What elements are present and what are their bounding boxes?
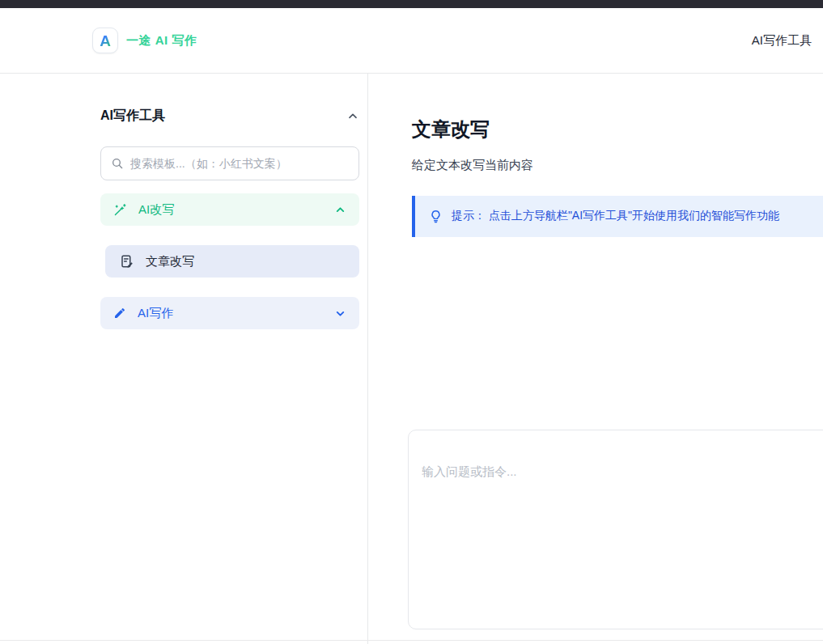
tip-text: 提示： 点击上方导航栏"AI写作工具"开始使用我们的智能写作功能: [452, 209, 779, 223]
sidebar-group-label: AI改写: [138, 202, 174, 218]
nav-ai-writing-tools[interactable]: AI写作工具: [752, 33, 812, 47]
document-edit-icon: [120, 254, 134, 269]
logo-icon: A: [92, 28, 118, 53]
layout: AI写作工具 AI改写: [0, 74, 823, 644]
sidebar-group-ai-write[interactable]: AI写作: [100, 297, 359, 329]
page-subtitle: 给定文本改写当前内容: [412, 158, 823, 172]
sidebar-title: AI写作工具: [100, 108, 165, 125]
chevron-up-icon: [334, 204, 346, 216]
pencil-icon: [113, 307, 126, 320]
sidebar: AI写作工具 AI改写: [0, 74, 368, 644]
search-icon: [111, 157, 124, 170]
logo-letter: A: [100, 33, 111, 49]
chevron-up-icon[interactable]: [346, 110, 359, 123]
magic-wand-icon: [113, 203, 127, 217]
tip-banner: 提示： 点击上方导航栏"AI写作工具"开始使用我们的智能写作功能: [412, 196, 823, 237]
chevron-down-icon: [334, 307, 346, 320]
sidebar-group-ai-rewrite[interactable]: AI改写: [100, 193, 359, 226]
app-header: A 一途 AI 写作 AI写作工具: [0, 8, 823, 74]
template-search-box[interactable]: [100, 146, 359, 180]
sidebar-item-label: 文章改写: [146, 254, 194, 269]
lightbulb-icon: [429, 210, 443, 223]
search-input[interactable]: [130, 157, 350, 170]
header-nav: AI写作工具: [752, 33, 812, 49]
main-content: 文章改写 给定文本改写当前内容 提示： 点击上方导航栏"AI写作工具"开始使用我…: [368, 74, 823, 644]
logo-text: 一途 AI 写作: [126, 33, 197, 49]
prompt-input[interactable]: [408, 430, 823, 629]
sidebar-group-label: AI写作: [138, 306, 173, 321]
app-logo[interactable]: A 一途 AI 写作: [92, 28, 197, 53]
footer-divider: [0, 640, 823, 641]
sidebar-header[interactable]: AI写作工具: [100, 108, 359, 125]
page-title: 文章改写: [412, 118, 823, 142]
app-window: A 一途 AI 写作 AI写作工具 AI写作工具: [0, 0, 823, 644]
sidebar-item-article-rewrite[interactable]: 文章改写: [105, 245, 359, 278]
browser-chrome-bar: [0, 0, 823, 8]
